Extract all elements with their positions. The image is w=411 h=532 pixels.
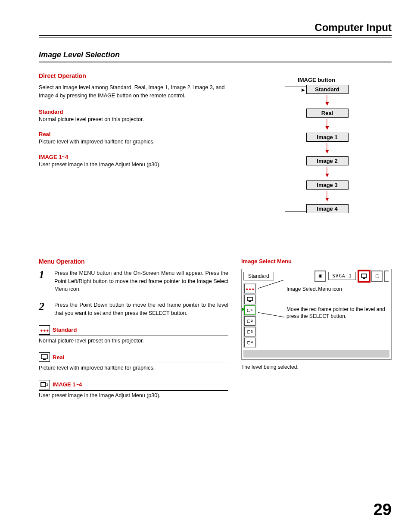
arrow-down-icon: │▼ [306,120,349,130]
icon-item-image14: 1 IMAGE 1~4 User preset image in the Ima… [39,380,228,400]
side-icon-image3: ▢3 [244,327,255,336]
arrow-down-icon: │▼ [306,144,349,154]
menu-lower-bar [243,350,389,358]
icon-desc: User preset image in the Image Adjust Me… [39,390,228,400]
header-rule [39,37,392,37]
icon-item-real: Real Picture level with improved halfton… [39,352,228,372]
step-number: 2 [39,301,49,317]
term-block: IMAGE 1~4 User preset image in the Image… [39,154,228,169]
step-text: Press the Point Down button to move the … [54,301,228,317]
direct-operation-heading: Direct Operation [39,72,228,79]
svg-rect-6 [249,301,251,302]
side-icon-image1: ▢1 [244,305,255,315]
step-text: Press the MENU button and the On-Screen … [54,269,228,293]
flow-box: Real [306,109,349,118]
svg-rect-3 [361,274,367,277]
step-number: 1 [39,269,49,293]
direct-operation-intro: Select an image level among Standard, Re… [39,84,228,100]
term-block: Standard Normal picture level preset on … [39,109,228,124]
flow-box: Image 2 [306,156,349,165]
menu-caption: The level being selected. [241,364,392,370]
image-button-flow: IMAGE button Standard │▼ Real │▼ Image 1… [241,77,392,215]
menu-tab-icon-cut [384,271,389,282]
icon-desc: Normal picture level preset on this proj… [39,336,228,345]
side-icon-image4: ▢4 [244,338,255,347]
step-2: 2 Press the Point Down button to move th… [39,301,228,317]
chapter-title: Computer Input [39,22,392,36]
flow-box: Image 3 [306,180,349,190]
flow-box: Image 1 [306,133,349,142]
icon-label: Real [53,354,64,361]
side-icon-standard [244,284,255,293]
icon-label: IMAGE 1~4 [53,381,82,388]
term-real-desc: Picture level with improved halftone for… [39,138,228,146]
term-block: Real Picture level with improved halfton… [39,131,228,146]
side-icon-image2: ▢2 [244,316,255,326]
svg-rect-5 [247,297,252,301]
term-standard-desc: Normal picture level preset on this proj… [39,116,228,124]
menu-tab-icon: ▢ [371,271,383,282]
icon-desc: Picture level with improved halftone for… [39,363,228,372]
page-number: 29 [374,501,392,519]
menu-tab-icon: ▣ [314,271,326,282]
arrow-down-icon: │▼ [306,192,349,202]
standard-icon [39,325,50,335]
real-icon [39,352,50,362]
term-standard: Standard [39,109,228,115]
section-title: Image Level Selection [39,50,392,63]
arrow-down-icon: │▼ [306,168,349,177]
term-real: Real [39,131,228,137]
svg-rect-1 [43,359,46,360]
svga-label: SVGA 1 [328,272,356,280]
menu-current-label: Standard [243,272,274,280]
term-image14-desc: User preset image in the Image Adjust Me… [39,161,228,169]
flow-box: Image 4 [306,204,349,213]
svg-rect-0 [41,355,47,359]
side-icon-column: ▢1 ▢2 ▢3 ▢4 [243,283,256,348]
term-image14: IMAGE 1~4 [39,154,228,160]
icon-item-standard: Standard Normal picture level preset on … [39,325,228,345]
menu-operation-heading: Menu Operation [39,258,228,265]
menu-top-bar: Standard ▣ SVGA 1 ▢ [243,271,389,281]
menu-preview-box: Standard ▣ SVGA 1 ▢ ▢1 ▢2 [241,269,392,360]
annotation-image-select-icon: Image Select Menu icon [286,286,385,293]
image-select-menu-icon [358,271,370,282]
svg-rect-2 [41,383,45,387]
annotation-move-pointer: Move the red frame pointer to the level … [286,306,385,320]
arrow-down-icon: │▼ [306,96,349,106]
icon-label: Standard [53,327,77,333]
menu-preview-heading: Image Select Menu [241,258,392,266]
side-icon-real [244,295,255,304]
step-1: 1 Press the MENU button and the On-Scree… [39,269,228,293]
flow-title: IMAGE button [241,77,392,83]
image-number-icon: 1 [39,380,50,389]
svg-rect-4 [363,278,365,279]
flow-box: Standard [306,85,349,94]
